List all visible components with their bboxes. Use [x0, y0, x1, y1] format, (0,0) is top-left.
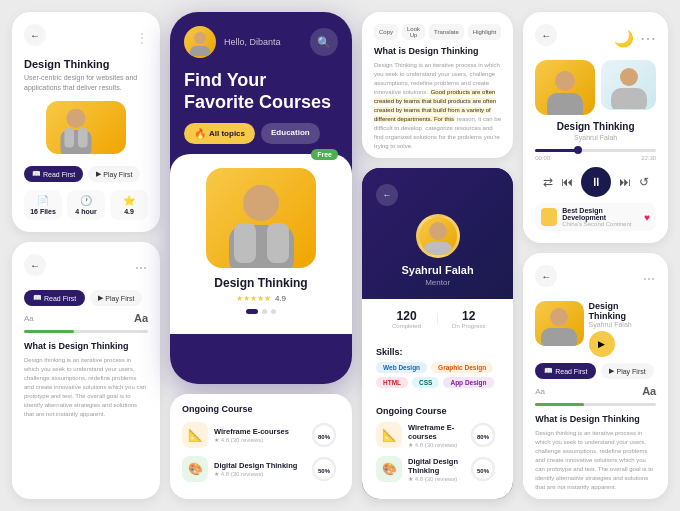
svg-rect-29 [541, 328, 577, 346]
carousel-indicators [184, 309, 338, 314]
files-value: 16 Files [30, 208, 56, 215]
mentor-header: ← Syahrul Falah Mentor [362, 168, 513, 299]
course-hero-image [46, 101, 126, 154]
shuffle-icon[interactable]: ⇄ [543, 175, 553, 189]
progress-circle-2: 50% [310, 455, 340, 483]
skill-graphic-design: Graphic Design [431, 362, 493, 373]
text-toolbar: Copy Look Up Translate Highlight [374, 24, 501, 40]
more-icon[interactable]: ⋮ [136, 31, 148, 45]
indicator-2[interactable] [262, 309, 267, 314]
reading-card-right: ← ⋯ Design Thinking Syahrul Falah ▶ [523, 253, 668, 499]
prev-button[interactable]: ⏮ [561, 175, 573, 189]
course-name-2: Digital Design Thinking [214, 461, 304, 470]
highlight-button[interactable]: Highlight [468, 24, 501, 40]
current-time: 00:00 [535, 155, 550, 161]
svg-text:50%: 50% [477, 468, 490, 474]
search-button[interactable]: 🔍 [310, 28, 338, 56]
playback-controls: ⇄ ⏮ ⏸ ⏭ ↺ [535, 167, 656, 197]
font-size-row-right: Aa Aa [535, 385, 656, 397]
article-title-right: What is Design Thinking [535, 414, 656, 424]
skill-app-design: App Design [443, 377, 493, 388]
audio-person-2 [601, 60, 656, 110]
star-icon: ⭐ [123, 195, 135, 206]
inprogress-stat: 12 On Progress [438, 309, 499, 329]
mentor-stats: 120 Completed 12 On Progress [362, 299, 513, 339]
translate-button[interactable]: Translate [429, 24, 464, 40]
favorite-courses-heading: Favorite Courses [170, 92, 352, 124]
featured-course-name: Design Thinking [184, 276, 338, 290]
education-tag[interactable]: Education [261, 123, 320, 144]
lookup-button[interactable]: Look Up [402, 24, 425, 40]
user-avatar [184, 26, 216, 58]
mentor-portrait [419, 217, 457, 255]
more-menu[interactable]: ⋯ [135, 261, 148, 275]
svg-text:80%: 80% [477, 434, 490, 440]
inprogress-label: On Progress [438, 323, 499, 329]
seek-dot [574, 146, 582, 154]
greeting-text: Hello, Dibanta [224, 37, 281, 47]
play-button[interactable]: ▶Play First [90, 290, 142, 306]
svg-rect-8 [234, 223, 256, 263]
svg-rect-2 [64, 128, 74, 147]
copy-button[interactable]: Copy [374, 24, 398, 40]
course-meta-1: ★ 4.8 (30 reviews) [214, 436, 304, 443]
like-button[interactable]: ♥ [644, 212, 650, 223]
skills-tags: Web Design Graphic Design HTML CSS App D… [376, 362, 499, 388]
more-menu-audio[interactable]: ⋯ [640, 29, 656, 48]
mentor-course-icon-2: 🎨 [376, 456, 402, 482]
font-large-label: Aa [134, 312, 148, 324]
font-large-right: Aa [642, 385, 656, 397]
audio-course-author: Syahrul Falah [535, 134, 656, 141]
mentor-ongoing-title: Ongoing Course [376, 406, 499, 416]
top-bar: ← ⋯ [24, 254, 148, 282]
more-menu-right[interactable]: ⋯ [643, 272, 656, 286]
back-button-right[interactable]: ← [535, 265, 557, 287]
find-your-heading: Find Your [170, 58, 352, 92]
next-button[interactable]: ⏭ [619, 175, 631, 189]
reading-progress[interactable] [24, 330, 148, 333]
mentor-course-icon-1: 📐 [376, 422, 402, 448]
featured-course-card: Free Design Thinking ★★★★★ 4.9 [170, 154, 352, 334]
seek-bar[interactable] [535, 149, 656, 152]
total-time: 22:30 [641, 155, 656, 161]
mentor-course-name-2: Digital Design Thinking [408, 457, 463, 475]
reading-progress-right[interactable] [535, 403, 656, 406]
play-pause-button[interactable]: ⏸ [581, 167, 611, 197]
all-topics-tag[interactable]: 🔥 All topics [184, 123, 255, 144]
progress-circle-1: 80% [310, 421, 340, 449]
play-first-button[interactable]: ▶Play First [88, 166, 140, 182]
svg-point-16 [429, 222, 447, 240]
repeat-icon[interactable]: ↺ [639, 175, 649, 189]
read-first-button[interactable]: 📖Read First [24, 166, 83, 182]
back-button-audio[interactable]: ← [535, 24, 557, 46]
column-2: Hello, Dibanta 🔍 Find Your Favorite Cour… [170, 12, 352, 499]
skills-section: Skills: Web Design Graphic Design HTML C… [362, 339, 513, 398]
mentor-course-name-1: Wireframe E-courses [408, 423, 463, 441]
now-playing-thumbnail [541, 208, 557, 226]
now-playing-info: Best Design Development China's Second C… [562, 207, 639, 227]
mentor-course-meta-2: ★ 4.8 (30 reviews) [408, 475, 463, 482]
back-button[interactable]: ← [24, 24, 46, 46]
action-buttons: 📖Read First ▶Play First [24, 166, 148, 182]
svg-rect-3 [78, 128, 88, 147]
indicator-3[interactable] [271, 309, 276, 314]
svg-point-4 [194, 32, 206, 44]
play-icon-small[interactable]: ▶ [589, 331, 615, 357]
audio-course-info [601, 60, 656, 115]
course-card-top-left: ← ⋮ Design Thinking User-centric design … [12, 12, 160, 232]
back-button-2[interactable]: ← [24, 254, 46, 276]
article-body: Design Thinking is an iterative process … [374, 61, 501, 151]
right-course-author: Syahrul Falah [589, 321, 657, 328]
person-illustration [46, 101, 106, 154]
indicator-1[interactable] [246, 309, 258, 314]
top-bar-right: ← ⋯ [535, 265, 656, 293]
reading-card-left: ← ⋯ 📖Read First ▶Play First Aa Aa What i… [12, 242, 160, 499]
mentor-progress-1: 80% [469, 421, 499, 449]
play-button-right[interactable]: ▶Play First [601, 363, 653, 379]
course-meta-2: ★ 4.8 (30 reviews) [214, 470, 304, 477]
back-button-mentor[interactable]: ← [376, 184, 398, 206]
svg-point-24 [555, 71, 575, 91]
audio-player-card: ← 🌙 ⋯ [523, 12, 668, 243]
read-button[interactable]: 📖Read First [24, 290, 85, 306]
read-button-right[interactable]: 📖Read First [535, 363, 596, 379]
